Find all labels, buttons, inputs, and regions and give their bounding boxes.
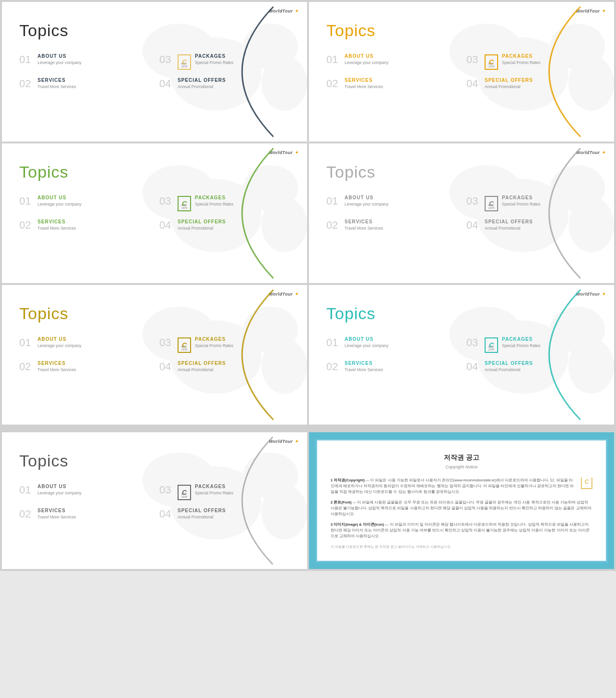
slide-4: WorldTour ✦ Topics 01 ABOUT US Leverage … [309,143,614,283]
num-1-4: 04 [159,78,173,89]
item-2-2: 02 SERVICES Travel More Services [326,78,457,89]
items-grid-7: 01 ABOUT US Leverage your company 03 CES… [19,484,290,519]
slide-7: WorldTour ✦ Topics 01 ABOUT US Leverage … [2,432,307,569]
item-1-4: 04 SPECIAL OFFERS Annual Promotional [159,78,290,89]
sub-1-1: Leverage your company [38,60,81,65]
slide-5: WorldTour ✦ Topics 01 ABOUT US Leverage … [2,285,307,425]
slide-3: WorldTour ✦ Topics 01 ABOUT US Leverage … [2,143,307,283]
sub-1-2: Travel More Services [38,84,76,89]
slide-1: WorldTour ✦ Topics 01 ABOUT US Leverage … [2,2,307,142]
items-grid-5: 01 ABOUT US Leverage your company 03 CES… [19,336,290,372]
items-grid-2: 01 ABOUT US Leverage your company 03 CES… [326,53,597,89]
copyright-section-1: 1 저작권(Copyright) — 이 파일은 사용 가능한 파일로서 사용자… [331,478,592,495]
items-grid-1: 01 ABOUT US Leverage your company 03 CES… [19,53,290,89]
sub-1-4: Annual Promotional [178,84,226,89]
title-1-4: SPECIAL OFFERS [178,78,226,83]
title-1-2: SERVICES [38,78,76,83]
items-grid-4: 01 ABOUT US Leverage your company 03 CES… [326,195,597,231]
title-1-3: PACKAGES [195,53,233,59]
copyright-footer: 이 파일을 다운로드한 후에는 본 저작권 공고 슬라이드는 삭제하고 사용하십… [331,544,592,549]
copyright-title: 저작권 공고 [331,452,592,463]
slide-6: WorldTour ✦ Topics 01 ABOUT US Leverage … [309,285,614,425]
item-2-3: 03 CEST. 1978 PACKAGES Special Promo Rat… [466,53,597,70]
last-row: WorldTour ✦ Topics 01 ABOUT US Leverage … [0,430,616,571]
item-2-4: 04 SPECIAL OFFERS Annual Promotional [466,78,597,89]
item-1-1: 01 ABOUT US Leverage your company [19,53,150,70]
item-2-1: 01 ABOUT US Leverage your company [326,53,457,70]
copyright-panel: 저작권 공고 Copyright Notice C 1 저작권(Copyrigh… [316,439,607,562]
main-grid: WorldTour ✦ Topics 01 ABOUT US Leverage … [0,0,616,430]
num-1-3: 03 [159,54,173,65]
copyright-badge: C [581,478,592,489]
badge-1-3: CEST. 1978 [178,54,191,70]
item-1-3: 03 CEST. 1978 PACKAGES Special Promo Rat… [159,53,290,70]
num-1-1: 01 [19,54,33,65]
copyright-section-3: 3 이미지(Image) & 아이콘(Icon) — 이 파일의 이미지 및 아… [331,522,592,539]
items-grid-3: 01 ABOUT US Leverage your company 03 CES… [19,195,290,231]
copyright-subtitle: Copyright Notice [331,464,592,470]
num-1-2: 02 [19,78,33,89]
copyright-section-2: 2 폰트(Font) — 이 파일에 사용된 글꼴들은 모두 무료 또는 유료 … [331,500,592,517]
copyright-container: 저작권 공고 Copyright Notice C 1 저작권(Copyrigh… [309,432,614,569]
item-1-2: 02 SERVICES Travel More Services [19,78,150,89]
items-grid-6: 01 ABOUT US Leverage your company 03 CES… [326,336,597,372]
title-1-1: ABOUT US [38,53,81,59]
slide-2: WorldTour ✦ Topics 01 ABOUT US Leverage … [309,2,614,142]
sub-1-3: Special Promo Rates [195,60,233,65]
